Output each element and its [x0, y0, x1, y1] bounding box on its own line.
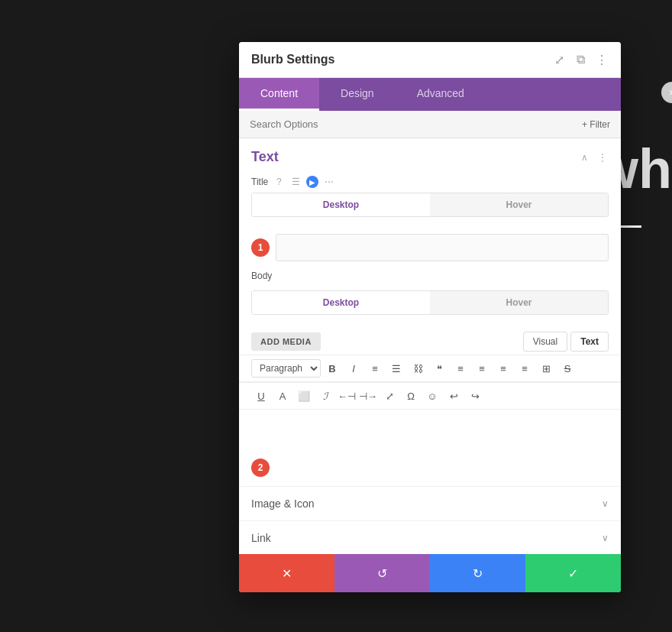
tab-design[interactable]: Design	[319, 78, 396, 111]
align-center-button[interactable]: ≡	[472, 358, 492, 378]
title-active-icon[interactable]: ▶	[306, 176, 318, 188]
add-media-button[interactable]: ADD MEDIA	[251, 332, 321, 351]
body-desktop-hover-tabs: Desktop Hover	[251, 290, 609, 315]
save-button[interactable]: ✓	[525, 554, 621, 592]
fullscreen-button[interactable]: ⤢	[380, 386, 399, 406]
editor-toolbar-row1: Paragraph B I ≡ ☰ ⛓ ❝ ≡ ≡ ≡ ≡ ⊞ S	[239, 355, 621, 382]
tabs-bar: Content Design Advanced	[239, 78, 621, 111]
title-more-icon[interactable]: ⋯	[323, 176, 335, 188]
modal-title: Blurb Settings	[251, 53, 334, 66]
more-icon[interactable]: ⋮	[595, 53, 609, 66]
modal-body: Text ∧ ⋮ Title ? ☰ ▶ ⋯ Desktop Hover 1	[239, 138, 621, 554]
search-input[interactable]	[250, 118, 582, 130]
blockquote-button[interactable]: ❝	[429, 358, 449, 378]
reset-button[interactable]: ↺	[334, 554, 430, 592]
reset-icon: ↺	[377, 566, 387, 581]
tab-advanced[interactable]: Advanced	[396, 78, 486, 111]
section-icons: ∧ ⋮	[578, 151, 609, 164]
bold-button[interactable]: B	[322, 358, 342, 378]
redo-icon: ↻	[473, 566, 483, 581]
indent-button[interactable]: ←⊣	[337, 386, 357, 406]
title-desktop-hover-tabs: Desktop Hover	[251, 193, 609, 217]
cancel-icon: ✕	[282, 566, 292, 581]
link-button[interactable]: ⛓	[408, 358, 428, 378]
redo-button[interactable]: ↪	[465, 386, 485, 406]
blurb-settings-modal: Blurb Settings ⤢ ⧉ ⋮ Content Design Adva…	[239, 42, 621, 592]
format-button[interactable]: ⬜	[294, 386, 314, 406]
modal-footer: ✕ ↺ ↻ ✓	[239, 554, 621, 592]
outdent-button[interactable]: ⊣→	[358, 386, 378, 406]
body-desktop-tab[interactable]: Desktop	[252, 291, 430, 314]
paragraph-select[interactable]: Paragraph	[251, 359, 321, 378]
step2-row: 2	[239, 455, 621, 486]
body-label: Body	[239, 267, 621, 286]
editor-toolbar-top: ADD MEDIA Visual Text	[239, 329, 621, 355]
tab-content[interactable]: Content	[239, 78, 319, 111]
link-chevron: ∨	[602, 533, 609, 543]
align-justify-button[interactable]: ≡	[515, 358, 535, 378]
unordered-list-button[interactable]: ≡	[365, 358, 385, 378]
title-desktop-tab[interactable]: Desktop	[252, 193, 430, 216]
strikethrough-button[interactable]: S	[557, 358, 577, 378]
title-label-text: Title	[251, 177, 268, 187]
title-field-label: Title ? ☰ ▶ ⋯	[251, 176, 609, 188]
undo-button[interactable]: ↩	[444, 386, 464, 406]
color-button[interactable]: A	[273, 386, 292, 406]
text-tab[interactable]: Text	[570, 332, 609, 352]
italic-button[interactable]: I	[344, 358, 363, 378]
align-right-button[interactable]: ≡	[493, 358, 513, 378]
close-circle-button[interactable]: ×	[661, 82, 672, 103]
text-section-header: Text ∧ ⋮	[239, 138, 621, 171]
collapse-icon[interactable]: ∧	[578, 151, 590, 164]
align-left-button[interactable]: ≡	[451, 358, 470, 378]
editor-content[interactable]	[239, 410, 621, 455]
ordered-list-button[interactable]: ☰	[386, 358, 406, 378]
table-button[interactable]: ⊞	[536, 358, 556, 378]
step2-badge: 2	[251, 459, 270, 477]
save-icon: ✓	[568, 566, 578, 581]
special-char-button[interactable]: Ω	[401, 386, 421, 406]
script-button[interactable]: ℐ	[315, 386, 335, 406]
close-circle-icon: ×	[669, 86, 672, 99]
cancel-button[interactable]: ✕	[239, 554, 334, 592]
section-more-icon[interactable]: ⋮	[596, 151, 609, 164]
text-section-title: Text	[251, 149, 279, 165]
link-label: Link	[251, 532, 271, 544]
title-field-row: Title ? ☰ ▶ ⋯ Desktop Hover	[239, 171, 621, 231]
modal-header: Blurb Settings ⤢ ⧉ ⋮	[239, 42, 621, 78]
filter-button[interactable]: + Filter	[582, 119, 610, 130]
title-device-icon[interactable]: ☰	[289, 176, 302, 188]
visual-text-tabs: Visual Text	[523, 332, 609, 352]
visual-tab[interactable]: Visual	[523, 332, 567, 352]
split-icon[interactable]: ⧉	[573, 53, 587, 66]
link-section[interactable]: Link ∨	[239, 520, 621, 554]
emoji-button[interactable]: ☺	[422, 386, 442, 406]
expand-icon[interactable]: ⤢	[552, 53, 566, 66]
underline-button[interactable]: U	[251, 386, 271, 406]
search-bar: + Filter	[239, 111, 621, 138]
step1-row: 1	[239, 231, 621, 267]
body-field-row: Desktop Hover	[239, 286, 621, 329]
image-icon-section[interactable]: Image & Icon ∨	[239, 486, 621, 520]
body-hover-tab[interactable]: Hover	[430, 291, 608, 314]
step1-badge: 1	[251, 238, 270, 257]
title-hover-tab[interactable]: Hover	[430, 193, 608, 216]
title-help-icon[interactable]: ?	[273, 176, 285, 188]
image-icon-label: Image & Icon	[251, 497, 315, 510]
editor-toolbar-row2: U A ⬜ ℐ ←⊣ ⊣→ ⤢ Ω ☺ ↩ ↪	[239, 382, 621, 410]
image-icon-chevron: ∨	[602, 498, 609, 509]
modal-header-icons: ⤢ ⧉ ⋮	[552, 53, 609, 66]
redo-button[interactable]: ↻	[430, 554, 525, 592]
